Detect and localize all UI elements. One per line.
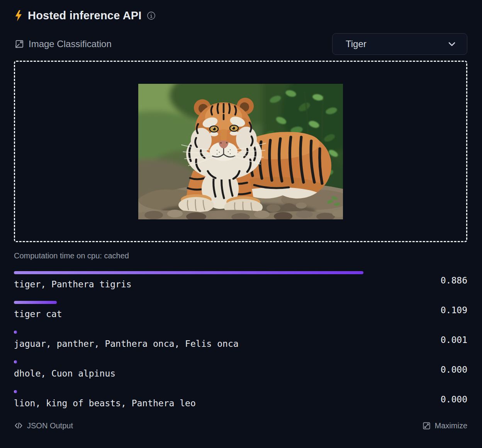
widget-footer: JSON Output Maximize <box>14 421 467 430</box>
result-score: 0.109 <box>433 305 467 315</box>
tiger-image <box>138 84 343 219</box>
lightning-bolt-icon <box>14 10 23 22</box>
score-bar <box>14 301 57 304</box>
result-row: tiger, Panthera tigris 0.886 <box>14 271 467 290</box>
classified-image <box>138 84 343 219</box>
result-row: dhole, Cuon alpinus 0.000 <box>14 360 467 379</box>
example-dropdown-value: Tiger <box>346 39 367 49</box>
computation-time: Computation time on cpu: cached <box>14 251 467 260</box>
info-circle-icon[interactable] <box>147 11 156 20</box>
hosted-inference-widget: Hosted inference API Image Classificatio… <box>0 0 482 430</box>
task-label: Image Classification <box>29 39 112 49</box>
result-label: dhole, Cuon alpinus <box>14 368 409 379</box>
result-label: tiger cat <box>14 309 409 319</box>
result-label: jaguar, panther, Panthera onca, Felis on… <box>14 339 409 349</box>
maximize-button[interactable]: Maximize <box>422 421 467 430</box>
chevron-down-icon <box>447 39 457 49</box>
task-pill: Image Classification <box>14 39 112 49</box>
score-bar <box>14 331 17 334</box>
json-output-button[interactable]: JSON Output <box>14 421 73 430</box>
result-score: 0.886 <box>433 275 467 285</box>
result-row: lion, king of beasts, Panthera leo 0.000 <box>14 390 467 409</box>
json-output-label: JSON Output <box>27 421 73 430</box>
classification-results: tiger, Panthera tigris 0.886 tiger cat 0… <box>14 271 467 409</box>
image-dropzone[interactable] <box>14 61 467 242</box>
widget-header: Hosted inference API <box>14 8 467 23</box>
score-bar <box>14 271 363 274</box>
result-label: tiger, Panthera tigris <box>14 279 409 290</box>
image-classification-icon <box>14 39 24 49</box>
result-score: 0.000 <box>433 394 467 404</box>
code-icon <box>14 421 23 430</box>
result-label: lion, king of beasts, Panthera leo <box>14 398 409 409</box>
maximize-icon <box>422 421 431 430</box>
result-score: 0.000 <box>433 365 467 375</box>
result-row: tiger cat 0.109 <box>14 301 467 319</box>
task-row: Image Classification Tiger <box>14 33 467 55</box>
page-title: Hosted inference API <box>28 9 142 22</box>
score-bar <box>14 360 17 363</box>
result-row: jaguar, panther, Panthera onca, Felis on… <box>14 331 467 349</box>
score-bar <box>14 390 17 393</box>
example-dropdown[interactable]: Tiger <box>332 33 467 55</box>
result-score: 0.001 <box>433 335 467 345</box>
maximize-label: Maximize <box>435 421 467 430</box>
